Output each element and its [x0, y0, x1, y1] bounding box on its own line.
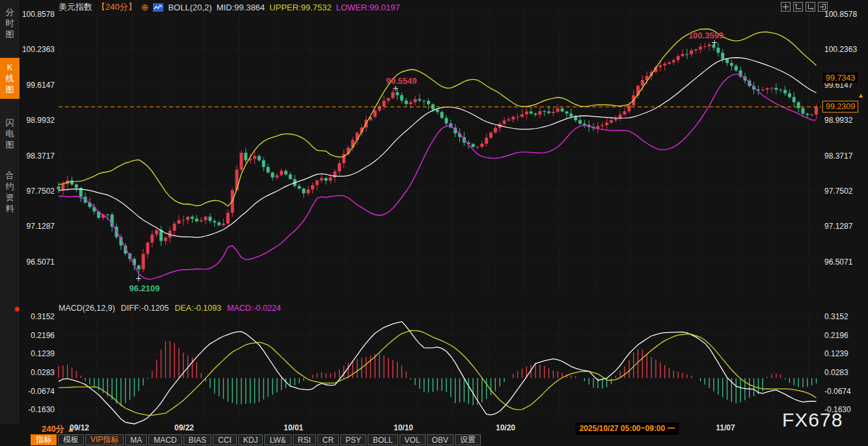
price-axis-label-right: 97.1287 [824, 222, 862, 231]
toolbar-button-设置[interactable]: 设置 [455, 434, 481, 445]
toolbar-button-CR[interactable]: CR [318, 434, 339, 445]
last-price-axis-tag: 99.2309 [822, 101, 858, 112]
price-axis-label-right: 100.8578 [824, 10, 862, 19]
boll-upper-value: UPPER:99.7532 [269, 3, 331, 12]
watermark: FX678 [782, 409, 843, 431]
boll-lower-value: LOWER:99.0197 [336, 3, 400, 12]
price-axis-label-left: 97.7502 [17, 187, 55, 196]
trading-app-window: 分时图K线图闪电图合约资料 美元指数 【240分】 ⊕ BOLL(20,2) M… [0, 0, 868, 446]
macd-axis-label-right: 0.1239 [824, 349, 862, 358]
macd-diff-value: DIFF:-0.1205 [121, 304, 169, 313]
candlestick-macd-chart [0, 0, 868, 446]
crosshair-date-tag: 2025/10/27 05:00~09:00 一 [575, 423, 679, 435]
chart-thumbnail-icon[interactable] [153, 3, 163, 12]
date-axis-label: 10/20 [496, 423, 515, 432]
macd-axis-label-right: -0.0674 [824, 387, 862, 396]
toolbar-button-MA[interactable]: MA [125, 434, 147, 445]
instrument-name: 美元指数 [59, 1, 92, 13]
date-axis-label: 09/12 [70, 423, 89, 432]
chart-type-sidebar: 分时图K线图闪电图合约资料 [0, 0, 20, 424]
price-axis-label-left: 97.1287 [17, 222, 55, 231]
add-overlay-icon[interactable]: ⊕ [141, 3, 149, 11]
price-axis-label-right: 98.3717 [824, 151, 862, 161]
date-axis-label: 10/10 [394, 423, 413, 432]
macd-dea-value: DEA:-0.1093 [174, 304, 221, 313]
peak-high-label: 100.3599 [688, 31, 724, 40]
macd-axis-label-right: 0.0283 [824, 368, 862, 377]
macd-axis-label-right: 0.3152 [824, 312, 862, 321]
toolbar-button-KDJ[interactable]: KDJ [238, 434, 264, 445]
macd-legend: MACD(26,12,9) DIFF:-0.1205 DEA:-0.1093 M… [59, 304, 281, 313]
macd-axis-label-left: 0.0283 [17, 368, 55, 377]
interval-label[interactable]: 【240分】 [97, 1, 137, 13]
toolbar-button-BIAS[interactable]: BIAS [183, 434, 211, 445]
date-axis-label: 10/01 [284, 423, 303, 432]
toolbar-button-VIP指标[interactable]: VIP指标 [85, 434, 124, 445]
price-axis-label-left: 100.2363 [17, 45, 55, 54]
macd-axis-label-left: -0.0674 [17, 387, 55, 396]
price-axis-label-left: 98.9932 [17, 116, 55, 125]
macd-axis-label-left: -0.1630 [17, 405, 55, 414]
toolbar-button-BOLL[interactable]: BOLL [368, 434, 398, 445]
price-axis-label-right: 96.5071 [824, 257, 862, 267]
sidebar-tab-分时图[interactable]: 分时图 [0, 3, 20, 44]
macd-name: MACD(26,12,9) [59, 304, 115, 313]
toolbar-button-OBV[interactable]: OBV [427, 434, 454, 445]
macd-hist-value: MACD:-0.0224 [227, 304, 281, 313]
toolbar-button-LW&[interactable]: LW& [264, 434, 291, 445]
toolbar-button-PSY[interactable]: PSY [340, 434, 366, 445]
chart-header: 美元指数 【240分】 ⊕ BOLL(20,2) MID:99.3864 UPP… [59, 2, 400, 12]
swing-high-label: 99.5549 [387, 76, 417, 86]
axis-right-icon[interactable] [806, 2, 815, 12]
price-axis-label-left: 98.3717 [17, 151, 55, 161]
macd-axis-label-left: 0.3152 [17, 312, 55, 321]
macd-axis-label-left: 0.1239 [17, 349, 55, 358]
price-axis-label-left: 100.8578 [17, 10, 55, 19]
price-axis-label-right: 98.9932 [824, 116, 862, 125]
macd-axis-label-right: 0.2196 [824, 331, 862, 340]
boll-upper-axis-tag: 99.7343 [823, 73, 858, 83]
price-axis-label-right: 97.7502 [824, 187, 862, 196]
toolbar-button-RSI[interactable]: RSI [293, 434, 316, 445]
price-axis-label-left: 96.5071 [17, 257, 55, 267]
swing-low-label: 96.2109 [129, 283, 160, 293]
date-axis-label: 11/07 [716, 423, 735, 432]
axis-left-icon[interactable] [793, 2, 803, 12]
toolbar-button-VOL[interactable]: VOL [400, 434, 426, 445]
boll-indicator-name: BOLL(20,2) [168, 3, 211, 12]
price-axis-label-left: 99.6147 [17, 81, 55, 90]
date-axis-label: 09/22 [174, 423, 194, 432]
toolbar-button-CCI[interactable]: CCI [213, 434, 237, 445]
boll-mid-value: MID:99.3864 [217, 3, 265, 12]
sidebar-tab-K线图[interactable]: K线图 [0, 58, 20, 99]
macd-axis-label-left: 0.2196 [17, 331, 55, 340]
toolbar-button-指标[interactable]: 指标 [31, 434, 57, 445]
price-up-arrow-icon: ▲ [858, 92, 864, 99]
macd-panel-icon[interactable]: ✹ [14, 305, 20, 314]
toolbar-button-MACD[interactable]: MACD [148, 434, 182, 445]
indicator-toolbar: 指标模板VIP指标MAMACDBIASCCIKDJLW&RSICRPSYBOLL… [31, 434, 481, 445]
price-axis-label-right: 100.2363 [824, 45, 862, 54]
toolbar-button-模板[interactable]: 模板 [58, 434, 84, 445]
chart-tool-icons [781, 2, 828, 12]
move-icon[interactable] [781, 2, 791, 12]
